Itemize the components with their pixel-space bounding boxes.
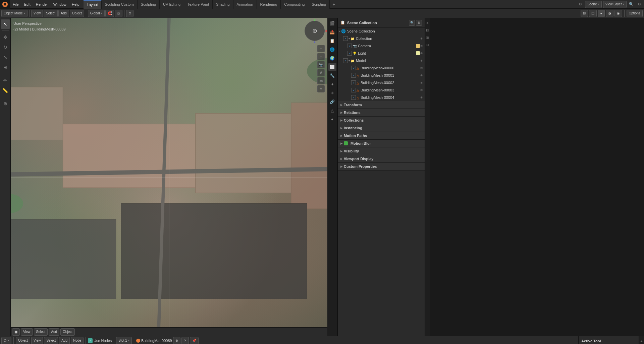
re-icon-1[interactable]: ◈: [425, 19, 430, 26]
world-props-btn[interactable]: 🌍: [328, 54, 336, 62]
mesh-00004-eye[interactable]: 👁: [420, 96, 423, 99]
menu-help[interactable]: Help: [69, 0, 82, 9]
vp-object-btn[interactable]: Object: [60, 328, 75, 336]
re-icon-2[interactable]: ◧: [425, 27, 430, 33]
node-object-btn[interactable]: Object: [16, 337, 30, 344]
mesh-00001-check[interactable]: ✓: [351, 73, 356, 78]
model-eye-icon[interactable]: 👁: [420, 59, 423, 63]
pivot-btn[interactable]: ⊙: [126, 10, 133, 17]
overlay-btn[interactable]: ⊡: [581, 10, 588, 17]
xray-btn[interactable]: ◫: [589, 10, 597, 17]
mesh-00003-item[interactable]: ✓ △ BuildingMesh-00003 👁: [338, 86, 425, 94]
material-props-btn[interactable]: ●: [328, 115, 336, 123]
workspace-uv-editing[interactable]: UV Editing: [160, 0, 184, 9]
relations-header[interactable]: ▶ Relations: [338, 109, 425, 116]
collection-item[interactable]: ✓ ▾ 📁 Collection 👁: [338, 35, 425, 42]
menu-window[interactable]: Window: [51, 0, 69, 9]
camera-view-btn[interactable]: 📷: [317, 61, 325, 68]
object-mode-btn[interactable]: ▣: [12, 328, 20, 336]
instancing-header[interactable]: ▶ Instancing: [338, 124, 425, 132]
add-workspace-btn[interactable]: +: [330, 0, 338, 9]
node-add-btn[interactable]: Add: [59, 337, 70, 344]
mesh-00002-check[interactable]: ✓: [351, 80, 356, 85]
particles-props-btn[interactable]: ✦: [328, 80, 336, 88]
mat-pin-btn[interactable]: 📌: [190, 337, 199, 344]
mesh-00003-eye[interactable]: 👁: [420, 88, 423, 92]
camera-item[interactable]: ✓ 📷 Camera 👁: [338, 42, 425, 50]
node-view-btn[interactable]: View: [31, 337, 43, 344]
mat-unlink-btn[interactable]: ✕: [181, 337, 189, 344]
motion-blur-check[interactable]: [344, 141, 348, 145]
collection-eye-icon[interactable]: 👁: [420, 37, 423, 41]
custom-properties-header[interactable]: ▶ Custom Properties: [338, 163, 425, 170]
engine-selector[interactable]: ⚙: [577, 1, 584, 8]
vp-add-btn[interactable]: Add: [49, 328, 59, 336]
viewport-display-header[interactable]: ▶ Viewport Display: [338, 155, 425, 162]
scale-tool[interactable]: ⤡: [1, 53, 10, 62]
solid-view-btn[interactable]: ●: [598, 10, 604, 17]
render-props-btn[interactable]: 🎬: [328, 19, 336, 27]
select-menu-btn[interactable]: Select: [44, 10, 58, 17]
workspace-texture-paint[interactable]: Texture Paint: [184, 0, 213, 9]
data-props-btn[interactable]: △: [328, 107, 336, 115]
constraints-props-btn[interactable]: 🔗: [328, 98, 336, 106]
model-arrow[interactable]: ▾: [348, 59, 350, 62]
mesh-00000-eye[interactable]: 👁: [420, 66, 423, 70]
scene-collection-arrow[interactable]: ▾: [339, 30, 340, 33]
mesh-00002-item[interactable]: ✓ △ BuildingMesh-00002 👁: [338, 79, 425, 86]
slot-dropdown[interactable]: Slot 1 ▾: [116, 337, 132, 344]
light-eye-icon[interactable]: 👁: [420, 52, 423, 55]
use-nodes-check[interactable]: ✓: [88, 338, 93, 343]
node-editor-mode-btn[interactable]: ⬡ ▾: [1, 337, 11, 344]
view-menu-btn[interactable]: View: [31, 10, 43, 17]
nav-gizmo-circle[interactable]: ⊕ X Y Z: [305, 21, 325, 41]
scene-props-btn[interactable]: 🌐: [328, 46, 336, 54]
workspace-sculpting-custom[interactable]: Sculpting Custom: [102, 0, 138, 9]
model-visibility-check[interactable]: ✓: [343, 58, 348, 63]
render-view-btn[interactable]: ◉: [614, 10, 622, 17]
workspace-shading[interactable]: Shading: [213, 0, 233, 9]
light-item[interactable]: ✓ 💡 Light 👁: [338, 50, 425, 57]
object-menu-btn[interactable]: Object: [70, 10, 84, 17]
motion-blur-header[interactable]: ▶ Motion Blur: [338, 140, 425, 147]
navigation-gizmo[interactable]: ⊕ X Y Z: [305, 21, 325, 41]
modifier-props-btn[interactable]: 🔧: [328, 72, 336, 80]
viewport[interactable]: User Perspective (2) Model | BuildingMes…: [11, 18, 327, 336]
camera-visibility-check[interactable]: ✓: [347, 44, 352, 48]
mesh-00004-item[interactable]: ✓ △ BuildingMesh-00004 👁: [338, 94, 425, 101]
options-btn[interactable]: Options: [627, 10, 643, 17]
menu-file[interactable]: File: [10, 0, 21, 9]
light-visibility-check[interactable]: ✓: [347, 51, 352, 56]
workspace-animation[interactable]: Animation: [233, 0, 257, 9]
bottom-strip-icon-1[interactable]: ◈: [639, 338, 644, 344]
proportional-btn[interactable]: ◎: [115, 10, 122, 17]
workspace-layout[interactable]: Layout: [84, 0, 102, 9]
transform-header[interactable]: ▶ Transform: [338, 101, 425, 109]
transform-tool[interactable]: ⊞: [1, 63, 10, 72]
mesh-00000-check[interactable]: ✓: [351, 66, 356, 70]
sun-btn[interactable]: ☀: [317, 85, 325, 92]
select-box-tool[interactable]: ↖: [1, 19, 10, 29]
zoom-out-btn[interactable]: −: [317, 53, 325, 60]
node-node-btn[interactable]: Node: [71, 337, 84, 344]
move-tool[interactable]: ✥: [1, 32, 10, 42]
view-layer-dropdown[interactable]: View Layer▾: [603, 1, 627, 8]
annotate-tool[interactable]: ✏: [1, 76, 10, 85]
node-select-btn[interactable]: Select: [44, 337, 58, 344]
physics-props-btn[interactable]: ⚛: [328, 89, 336, 97]
mat-copy-btn[interactable]: ⊕: [173, 337, 180, 344]
mesh-00003-check[interactable]: ✓: [351, 88, 356, 92]
mesh-00004-check[interactable]: ✓: [351, 95, 356, 100]
outliner-settings-btn[interactable]: ⚙: [416, 20, 422, 26]
scene-collection-item[interactable]: ▾ 🌐 Scene Collection: [338, 27, 425, 35]
settings-icon[interactable]: ⚙: [636, 1, 643, 8]
menu-edit[interactable]: Edit: [21, 0, 33, 9]
output-props-btn[interactable]: 📤: [328, 28, 336, 36]
re-icon-4[interactable]: ⊟: [425, 42, 430, 48]
workspace-scripting[interactable]: Scripting: [308, 0, 330, 9]
workspace-compositing[interactable]: Compositing: [281, 0, 308, 9]
add-menu-btn[interactable]: Add: [58, 10, 69, 17]
mesh-00000-item[interactable]: ✓ △ BuildingMesh-00000 👁: [338, 64, 425, 72]
vp-view-btn[interactable]: View: [21, 328, 33, 336]
global-dropdown[interactable]: Global▾: [88, 10, 105, 17]
